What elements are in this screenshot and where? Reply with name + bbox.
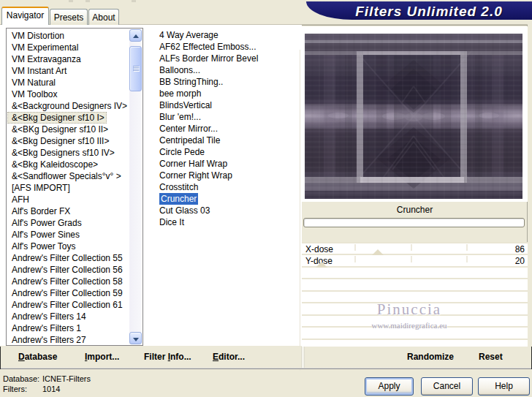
category-item[interactable]: Alf's Power Grads <box>7 217 129 229</box>
list-row: &<Bkg Kaleidoscope> <box>7 159 129 170</box>
list-row: Alf's Power Sines <box>7 229 129 241</box>
scroll-down-icon <box>133 338 139 341</box>
menu-reset[interactable]: Reset <box>479 352 503 362</box>
filter-item[interactable]: ALFs Border Mirror Bevel <box>155 53 300 64</box>
tab-navigator[interactable]: Navigator <box>1 7 49 25</box>
cancel-button[interactable]: Cancel <box>421 377 473 396</box>
cropped-text-speck <box>132 0 136 2</box>
category-item[interactable]: &<Background Designers IV> <box>7 100 129 112</box>
parameter-slider-thumb[interactable] <box>372 249 384 255</box>
category-item[interactable]: VM Toolbox <box>7 88 129 100</box>
category-item[interactable]: VM Distortion <box>7 30 129 42</box>
category-item[interactable]: &<Bkg Kaleidoscope> <box>7 159 129 170</box>
watermark-text: Pinuccia <box>302 300 517 319</box>
window-title: Filters Unlimited 2.0 <box>334 4 524 20</box>
filter-list: 4 Way AverageAF62 Effected Emboss...ALFs… <box>155 29 300 228</box>
parameter-separator <box>302 290 528 292</box>
category-item[interactable]: Andrew's Filter Collection 61 <box>7 299 129 311</box>
filter-item[interactable]: Corner Half Wrap <box>155 158 300 170</box>
filter-item[interactable]: bee morph <box>155 88 300 99</box>
preview-caption: Cruncher <box>302 205 528 215</box>
filter-item[interactable]: Cruncher <box>155 193 300 205</box>
preview-image[interactable] <box>305 34 522 199</box>
list-panel-divider <box>300 50 300 371</box>
category-item[interactable]: &<Bkg Designer sf10 III> <box>7 135 129 147</box>
cropped-text-speck <box>86 0 90 2</box>
list-row: &<Bkg Designer sf10 I> <box>7 112 129 124</box>
category-item[interactable]: Andrew's Filter Collection 58 <box>7 276 129 287</box>
list-row: Andrew's Filter Collection 58 <box>7 276 129 287</box>
menu-editor[interactable]: Editor... <box>213 352 245 362</box>
parameter-slider-thumb[interactable] <box>316 262 327 268</box>
list-row: VM Instant Art <box>7 65 129 77</box>
category-item[interactable]: Andrew's Filters 1 <box>7 322 129 334</box>
parameter-label: X-dose <box>305 244 333 254</box>
category-item[interactable]: [AFS IMPORT] <box>7 182 129 194</box>
tab-about[interactable]: About <box>88 9 119 25</box>
category-list: VM DistortionVM ExperimentalVM Extravaga… <box>7 30 129 346</box>
category-item[interactable]: Andrew's Filters 27 <box>7 334 129 346</box>
scroll-down-button[interactable] <box>129 332 142 344</box>
filter-item[interactable]: Dice It <box>155 216 300 228</box>
filter-item[interactable]: Blur 'em!... <box>155 111 300 123</box>
category-item[interactable]: VM Extravaganza <box>7 53 129 65</box>
menu-randomize[interactable]: Randomize <box>407 352 454 362</box>
parameter-grid: Pinuccia www.maidiregrafica.eu X-dose86Y… <box>302 242 528 347</box>
menu-import[interactable]: Import... <box>85 352 119 362</box>
category-item[interactable]: Alf's Power Toys <box>7 241 129 252</box>
menu-filter-info[interactable]: Filter Info... <box>144 352 191 362</box>
list-row: Alf's Power Grads <box>7 217 129 229</box>
filter-item[interactable]: Balloons... <box>155 64 300 76</box>
category-scrollbar[interactable] <box>129 29 142 344</box>
list-row: &<BKg Designer sf10 II> <box>7 124 129 135</box>
filter-item[interactable]: BB StringThing.. <box>155 76 300 88</box>
filter-item[interactable]: 4 Way Average <box>155 29 300 41</box>
filter-item[interactable]: Circle Pede <box>155 146 300 158</box>
scroll-thumb[interactable] <box>129 46 142 91</box>
apply-button[interactable]: Apply <box>365 377 414 396</box>
filter-item[interactable]: BlindsVertical <box>155 99 300 111</box>
category-item[interactable]: VM Experimental <box>7 42 129 53</box>
category-item[interactable]: AFH <box>7 194 129 205</box>
filter-item[interactable]: Center Mirror... <box>155 123 300 135</box>
status-database-value: ICNET-Filters <box>42 374 91 383</box>
list-row: &<Sandflower Specials°v° > <box>7 170 129 182</box>
command-bar-divider <box>301 347 305 369</box>
list-row: &<Bkg Designer sf10 III> <box>7 135 129 147</box>
category-item[interactable]: Andrew's Filters 14 <box>7 311 129 322</box>
list-row: VM Distortion <box>7 30 129 42</box>
scroll-grip-icon <box>133 66 139 72</box>
tab-presets[interactable]: Presets <box>50 9 88 25</box>
filter-item[interactable]: AF62 Effected Emboss... <box>155 41 300 53</box>
help-button[interactable]: Help <box>478 377 530 396</box>
list-row: Andrew's Filter Collection 56 <box>7 264 129 276</box>
category-item[interactable]: Andrew's Filter Collection 59 <box>7 287 129 299</box>
category-item[interactable]: Andrew's Filter Collection 55 <box>7 252 129 264</box>
filter-item[interactable]: Corner Right Wrap <box>155 170 300 181</box>
preview-panel: Cruncher Pinuccia www.maidiregrafica.eu … <box>302 25 528 347</box>
category-item[interactable]: VM Instant Art <box>7 65 129 77</box>
category-item[interactable]: &<Bkg Designers sf10 IV> <box>7 147 129 159</box>
category-item[interactable]: VM Natural <box>7 77 129 88</box>
filter-item[interactable]: Crosstitch <box>155 181 300 193</box>
menu-database[interactable]: Database <box>18 352 57 362</box>
filter-item[interactable]: Centripedal Tile <box>155 135 300 146</box>
category-item[interactable]: &<Sandflower Specials°v° > <box>7 170 129 182</box>
parameter-value: 20 <box>515 256 525 266</box>
parameter-separator <box>302 278 528 279</box>
category-item[interactable]: Andrew's Filter Collection 56 <box>7 264 129 276</box>
tab-presets-label: Presets <box>54 12 84 23</box>
slider-tick <box>354 256 356 262</box>
filter-item[interactable]: Cut Glass 03 <box>155 205 300 216</box>
category-item[interactable]: Alf's Power Sines <box>7 229 129 241</box>
category-item[interactable]: &<Bkg Designer sf10 I> <box>7 112 107 124</box>
slider-tick <box>354 244 356 251</box>
cropped-text-speck <box>69 0 73 2</box>
scroll-up-button[interactable] <box>129 29 142 42</box>
category-item[interactable]: Alf's Border FX <box>7 205 129 217</box>
slider-tick <box>411 256 412 262</box>
status-filters-value: 1014 <box>42 385 60 393</box>
list-row: Andrew's Filter Collection 59 <box>7 287 129 299</box>
parameter-separator <box>302 242 528 243</box>
category-item[interactable]: &<BKg Designer sf10 II> <box>7 124 129 135</box>
